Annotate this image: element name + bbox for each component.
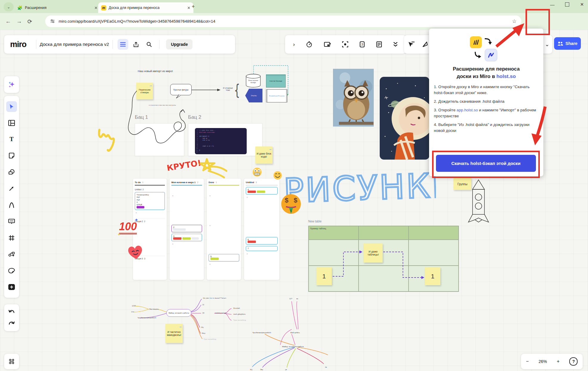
zoom-level[interactable]: 26% xyxy=(539,359,547,364)
predefined-process-shape[interactable]: Predefined Process xyxy=(266,89,287,102)
back-button[interactable]: ← xyxy=(5,18,11,25)
sticky-note-groups[interactable]: Группы xyxy=(453,178,471,190)
mindmap-label[interactable]: Жу xyxy=(201,326,204,328)
mindmap-label[interactable]: Type something xyxy=(233,319,246,321)
arrow-tool[interactable] xyxy=(6,183,17,194)
tab-close-icon[interactable]: ✕ xyxy=(187,6,190,10)
mindmap-label[interactable]: Вайгцабвгь xyxy=(290,332,300,333)
share-button[interactable]: Share xyxy=(554,37,581,50)
window-maximize-button[interactable] xyxy=(565,2,569,7)
owl-image[interactable] xyxy=(333,69,374,127)
canvas-text-note[interactable]: Наш новый импорт из миро! xyxy=(138,70,173,73)
add-card-button[interactable]: + xyxy=(172,243,201,246)
internal-storage-shape[interactable]: Internal Storage xyxy=(266,74,286,88)
kanban-card[interactable]: 6 xyxy=(246,237,278,244)
yellow-scribble-drawing[interactable] xyxy=(98,127,123,152)
kanban-card[interactable]: 7 xyxy=(246,246,278,251)
add-card-button[interactable]: + xyxy=(209,194,239,197)
undo-button[interactable] xyxy=(6,307,17,317)
add-card-button[interactable]: + xyxy=(209,224,239,227)
laser-pen-icon[interactable] xyxy=(421,41,429,48)
add-card-button[interactable]: + xyxy=(246,196,277,199)
help-button[interactable]: ? xyxy=(569,357,578,366)
window-close-button[interactable]: ✕ xyxy=(580,2,584,7)
shapes-tool[interactable] xyxy=(6,167,17,177)
present-icon[interactable] xyxy=(324,41,331,48)
mindmap-label[interactable]: 11 xyxy=(202,304,204,305)
kanban-column-todo[interactable]: To do1 Untitled2 Тлицаыцршвкцу АЦУ АЦУ А… xyxy=(133,179,167,280)
sticky-note-one-right[interactable]: 1 xyxy=(425,267,440,285)
search-button[interactable] xyxy=(144,39,154,50)
export-button[interactable] xyxy=(131,39,141,50)
link-arrow-icon[interactable]: → xyxy=(269,147,272,151)
holst-link[interactable]: holst.so xyxy=(496,74,516,79)
kanban-card[interactable]: 3 xyxy=(171,234,202,241)
chevron-down-icon[interactable]: ⌄ xyxy=(545,41,549,48)
new-tab-button[interactable]: + xyxy=(192,4,195,10)
kanban-card[interactable]: 4 xyxy=(246,187,278,194)
hundred-sticker[interactable]: ✦ 100 ✦ xyxy=(119,220,137,233)
url-bar[interactable]: miro.com/app/board/uXjVPEaGLmQ=/?moveToW… xyxy=(45,15,521,27)
mindmap-label[interactable]: Мыу xyxy=(202,332,205,334)
mindmap-center-node[interactable]: Майнд, который с работы xyxy=(166,309,191,317)
tab-miro-board[interactable]: m Доска для примера переноса ✕ xyxy=(98,2,193,13)
kanban-card[interactable]: Тлицаыцршвкцу АЦУ АЦУ А ЦУАЦВ xyxy=(135,192,165,210)
mindmap-center-label[interactable]: Майнд, который в работе xyxy=(282,345,304,347)
forward-button[interactable]: → xyxy=(16,18,22,25)
tab-search-button[interactable]: ⌄ xyxy=(4,2,14,11)
reload-button[interactable]: ⟳ xyxy=(27,18,32,25)
templates-tool[interactable] xyxy=(6,118,17,128)
expand-toolbar-icon[interactable]: › xyxy=(293,41,295,48)
add-card-button[interactable]: + xyxy=(172,194,201,197)
money-mouth-emoji[interactable]: $ $ $ xyxy=(281,194,301,215)
mindmap-label[interactable]: Druckah xyxy=(233,307,240,309)
kanban-column-miro1[interactable]: Моя колонка в миро 12 + 2 3 + xyxy=(170,179,204,280)
mindmap-label[interactable]: эче xyxy=(131,311,134,313)
sticky-note-tables[interactable]: И даже таблицы! xyxy=(364,244,383,263)
display-shape[interactable]: Display xyxy=(245,89,262,102)
mindmap-label[interactable]: 34 xyxy=(202,312,204,314)
sticky-note-one-left[interactable]: 1 xyxy=(316,267,332,285)
app-holst-link[interactable]: app.holst.so xyxy=(456,108,478,112)
link-arrow-icon[interactable]: → xyxy=(179,325,182,328)
frames-icon[interactable] xyxy=(6,356,17,367)
zoom-out-button[interactable]: − xyxy=(526,359,529,364)
tab-extensions[interactable]: 🧩 Расширения ✕ xyxy=(14,2,101,13)
diagram-tool[interactable] xyxy=(6,249,17,260)
cylinder-shape[interactable]: Direct access storage xyxy=(245,73,262,88)
more-apps-tool[interactable] xyxy=(6,282,17,292)
mindmap-label[interactable]: 1в xyxy=(325,366,327,368)
mindmap-label[interactable]: прявацуьвцув xyxy=(215,312,226,314)
mindmap-label[interactable]: ув xyxy=(285,369,287,370)
table-header-cell[interactable] xyxy=(359,226,409,240)
kanban-column-done[interactable]: Done1 + + 5 + xyxy=(207,179,241,280)
risunki-drawing-text[interactable]: РИСУНКИ xyxy=(281,155,436,226)
board-title[interactable]: Доска для примера переноса v2 xyxy=(40,42,109,47)
redo-button[interactable] xyxy=(6,318,17,329)
table-header-cell[interactable] xyxy=(409,226,459,240)
upgrade-button[interactable]: Upgrade xyxy=(166,39,193,49)
smile-emoji[interactable] xyxy=(273,171,282,180)
window-minimize-button[interactable]: — xyxy=(550,2,554,7)
mindmap-label[interactable]: 123? xyxy=(132,305,136,307)
mindmap-label[interactable]: 12? xyxy=(289,298,292,300)
freehand-squiggle-drawing[interactable] xyxy=(126,86,198,152)
site-settings-icon[interactable] xyxy=(50,19,55,24)
more-tools-icon[interactable] xyxy=(393,41,398,47)
kanban-column-untitled[interactable]: Untitled3 4 + 6 7 + xyxy=(244,179,279,280)
miro-logo[interactable]: miro xyxy=(10,40,26,49)
mindmap-label[interactable]: Ваучваджц xyxy=(149,308,159,310)
mindmap-label[interactable]: Жу xyxy=(250,369,252,370)
estimation-icon[interactable]: 3 xyxy=(359,41,365,48)
add-card-button[interactable]: + xyxy=(135,211,164,214)
grimace-emoji[interactable] xyxy=(252,167,262,177)
select-tool[interactable] xyxy=(6,101,17,112)
comment-tool[interactable] xyxy=(6,216,17,227)
sticky-note-mindmaps[interactable]: И частично маиндмэпы! → xyxy=(165,324,183,343)
spotlight-icon[interactable] xyxy=(342,41,348,48)
ai-sparkles-icon[interactable] xyxy=(6,79,17,90)
kanban-card[interactable]: 5 xyxy=(209,254,239,261)
mindmap-label[interactable]: Эву xyxy=(260,369,263,370)
mindmap-label[interactable]: Чрыбвгваефвщывбейт xyxy=(252,332,271,333)
sticky-note-code[interactable]: И даже блок кода! → xyxy=(255,146,273,164)
